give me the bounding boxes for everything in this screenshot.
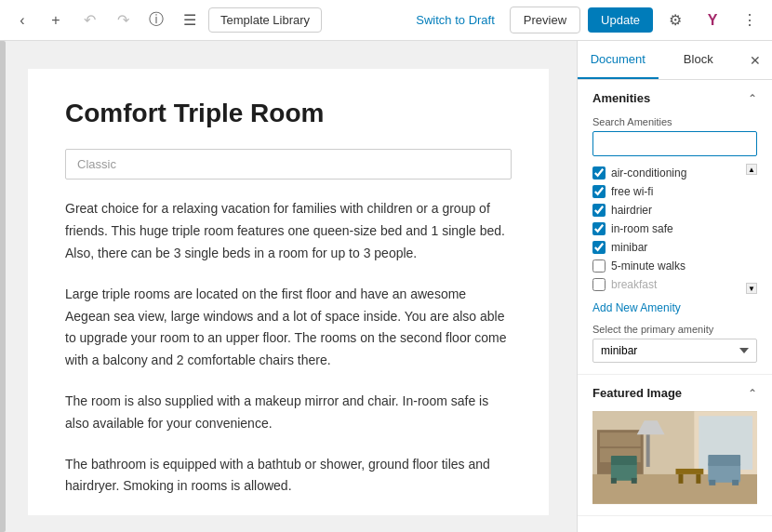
- add-block-button[interactable]: +: [41, 6, 71, 35]
- amenities-panel-body: Search Amenities ▲ air-conditioning free…: [578, 116, 772, 374]
- svg-rect-9: [611, 478, 617, 484]
- sidebar-body: Amenities ⌃ Search Amenities ▲ air-condi…: [578, 80, 772, 532]
- svg-rect-10: [632, 478, 637, 484]
- preview-button[interactable]: Preview: [510, 7, 580, 33]
- toolbar-right: Switch to Draft Preview Update ⚙ Y ⋮: [408, 6, 765, 35]
- list-item: minibar: [592, 238, 757, 257]
- amenity-checkbox-air-conditioning[interactable]: [592, 166, 606, 180]
- search-amenities-input[interactable]: [592, 131, 757, 156]
- svg-rect-5: [600, 432, 641, 446]
- back-button[interactable]: ‹: [7, 6, 37, 35]
- amenity-label: in-room safe: [611, 222, 673, 235]
- amenity-scroll-down[interactable]: ▼: [746, 283, 757, 294]
- editor-content: Comfort Triple Room Classic Great choice…: [28, 69, 549, 515]
- featured-image-panel: Featured Image ⌃: [578, 375, 772, 516]
- amenity-checkbox-free-wifi[interactable]: [592, 185, 606, 198]
- svg-rect-15: [709, 480, 715, 485]
- list-item: breakfast: [592, 275, 757, 294]
- featured-image-svg: [592, 411, 757, 504]
- yoast-button[interactable]: Y: [698, 6, 727, 35]
- editor-area: Comfort Triple Room Classic Great choice…: [0, 41, 577, 532]
- list-item: in-room safe: [592, 219, 757, 238]
- list-item: free wi-fi: [592, 182, 757, 201]
- primary-amenity-select[interactable]: minibar air-conditioning free wi-fi hair…: [592, 339, 757, 363]
- svg-rect-18: [678, 474, 683, 484]
- main-area: Comfort Triple Room Classic Great choice…: [0, 41, 772, 532]
- sidebar-header: Document Block ✕: [578, 41, 772, 80]
- svg-rect-11: [646, 434, 650, 467]
- amenity-checkbox-in-room-safe[interactable]: [592, 222, 606, 235]
- sidebar: Document Block ✕ Amenities ⌃ Search Amen…: [577, 41, 772, 532]
- more-options-button[interactable]: ⋮: [735, 6, 765, 35]
- list-item: hairdrier: [592, 201, 757, 219]
- tab-block[interactable]: Block: [659, 41, 739, 79]
- amenities-panel: Amenities ⌃ Search Amenities ▲ air-condi…: [578, 80, 772, 375]
- amenities-panel-header[interactable]: Amenities ⌃: [578, 80, 772, 116]
- page-title: Comfort Triple Room: [65, 97, 512, 130]
- svg-rect-17: [675, 469, 703, 474]
- amenity-checkbox-hairdrier[interactable]: [592, 204, 606, 217]
- list-item: air-conditioning: [592, 164, 757, 182]
- amenity-checkbox-5-minute-walks[interactable]: [592, 259, 606, 273]
- add-new-amenity-link[interactable]: Add New Amenity: [592, 301, 757, 314]
- toolbar: ‹ + ↶ ↷ ⓘ ☰ Template Library Switch to D…: [0, 0, 772, 41]
- featured-image-chevron-up-icon: ⌃: [748, 387, 757, 400]
- svg-rect-16: [732, 480, 739, 485]
- amenity-label: air-conditioning: [611, 166, 686, 180]
- amenity-label: minibar: [611, 241, 647, 254]
- amenity-list: ▲ air-conditioning free wi-fi hairdrier: [592, 164, 757, 294]
- featured-image-body: [578, 411, 772, 515]
- template-library-button[interactable]: Template Library: [208, 7, 322, 33]
- amenity-scroll-up[interactable]: ▲: [746, 164, 757, 175]
- amenity-checkbox-minibar[interactable]: [592, 241, 606, 254]
- svg-rect-19: [696, 474, 700, 484]
- amenity-label: breakfast: [611, 278, 657, 291]
- toolbar-left: ‹ + ↶ ↷ ⓘ ☰ Template Library: [7, 6, 405, 35]
- featured-image-panel-header[interactable]: Featured Image ⌃: [578, 375, 772, 411]
- amenities-title: Amenities: [592, 91, 650, 105]
- primary-amenity-label: Select the primary amenity: [592, 324, 757, 335]
- paragraph-2: Large triple rooms are located on the fi…: [65, 284, 512, 372]
- tab-document[interactable]: Document: [578, 41, 659, 79]
- redo-button[interactable]: ↷: [108, 6, 138, 35]
- list-item: 5-minute walks: [592, 257, 757, 275]
- paragraph-1: Great choice for a relaxing vacation for…: [65, 198, 512, 264]
- amenity-label: hairdrier: [611, 204, 652, 217]
- switch-draft-button[interactable]: Switch to Draft: [408, 7, 502, 33]
- svg-rect-14: [708, 455, 740, 466]
- paragraph-3: The room is also supplied with a makeup …: [65, 391, 512, 435]
- featured-image-thumbnail[interactable]: [592, 411, 757, 504]
- amenity-label: 5-minute walks: [611, 259, 685, 273]
- svg-rect-8: [611, 456, 637, 465]
- classic-editor-block[interactable]: Classic: [65, 149, 512, 180]
- amenity-label: free wi-fi: [611, 185, 653, 198]
- settings-icon-button[interactable]: ⚙: [660, 6, 690, 35]
- update-button[interactable]: Update: [588, 7, 653, 33]
- featured-image-title: Featured Image: [592, 386, 682, 400]
- amenity-checkbox-breakfast[interactable]: [592, 278, 606, 291]
- scroll-indicator: [0, 41, 6, 532]
- sidebar-close-button[interactable]: ✕: [739, 44, 772, 77]
- amenities-chevron-up-icon: ⌃: [748, 92, 757, 105]
- tools-button[interactable]: ☰: [175, 6, 205, 35]
- paragraph-4: The bathroom is equipped with a bathtub …: [65, 454, 512, 499]
- undo-button[interactable]: ↶: [74, 6, 104, 35]
- info-button[interactable]: ⓘ: [141, 6, 171, 35]
- search-amenities-label: Search Amenities: [592, 116, 757, 127]
